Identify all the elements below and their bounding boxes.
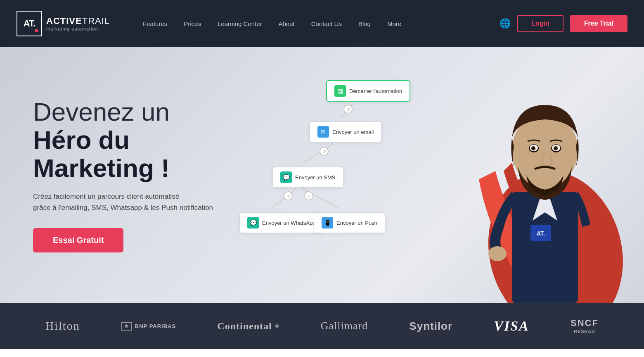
free-trial-button[interactable]: Free Trial xyxy=(570,15,627,32)
svg-point-14 xyxy=(305,192,313,200)
start-icon: ▦ xyxy=(334,85,346,97)
gallimard-label: Gallimard xyxy=(321,320,368,332)
hero-subtitle-line2: grâce à l'emailing, SMS, Whatsapp & les … xyxy=(33,204,213,212)
brand-bnp: ★ BNP PARIBAS xyxy=(121,322,176,331)
nav-right: 🌐 Login Free Trial xyxy=(500,15,627,32)
logo-dot xyxy=(35,29,38,32)
sms-icon: 💬 xyxy=(280,171,292,183)
hero-man-illustration: AT. xyxy=(429,47,644,303)
hero-content: Devenez un Héro du Marketing ! Créez fac… xyxy=(0,73,289,277)
node-start-automation: ▦ Démarrer l'automation xyxy=(326,80,410,102)
man-svg: AT. xyxy=(429,47,644,303)
essai-gratuit-button[interactable]: Essai Gratuit xyxy=(33,228,123,252)
bnp-box: ★ xyxy=(121,322,132,331)
svg-text:⏱: ⏱ xyxy=(346,107,350,112)
brand-visa: VISA xyxy=(494,318,529,334)
svg-point-26 xyxy=(531,146,535,150)
nav-blog[interactable]: Blog xyxy=(350,20,379,27)
node-send-sms: 💬 Envoyer un SMS xyxy=(272,167,343,188)
svg-line-7 xyxy=(303,190,338,207)
email-icon: ✉ xyxy=(317,126,329,138)
brands-bar: Hilton ★ BNP PARIBAS Continental ® Galli… xyxy=(0,303,644,349)
logo-brand-light: TRAIL xyxy=(82,16,110,26)
brand-sncf: SNCF RÉSEAU xyxy=(571,318,599,334)
logo-brand-bold: ACTIVE xyxy=(46,16,82,26)
logo[interactable]: AT. ACTIVETRAIL marketing automation xyxy=(17,11,110,36)
nav-prices[interactable]: Prices xyxy=(175,20,209,27)
logo-letters: AT. xyxy=(24,18,35,29)
nav-features[interactable]: Features xyxy=(135,20,175,27)
sncf-label: SNCF xyxy=(571,318,599,328)
nav-contact[interactable]: Contact Us xyxy=(303,20,350,27)
svg-point-8 xyxy=(344,105,352,113)
svg-text:⏱: ⏱ xyxy=(322,150,326,154)
hero-subtitle-line1: Créez facilement un parcours client auto… xyxy=(33,193,179,200)
hero-title-light: Devenez un xyxy=(33,98,256,126)
svg-point-27 xyxy=(554,146,558,150)
bnp-label: BNP PARIBAS xyxy=(135,323,176,329)
continental-label: Continental xyxy=(217,321,272,332)
nav-learning-center[interactable]: Learning Center xyxy=(209,20,270,27)
logo-brand: ACTIVETRAIL xyxy=(46,16,110,26)
svg-point-28 xyxy=(488,246,507,261)
syntilor-label: Syntilor xyxy=(409,320,452,333)
svg-text:⏱: ⏱ xyxy=(307,194,311,198)
node-send-push: 📱 Envoyer un Push xyxy=(314,212,385,233)
nav-links: Features Prices Learning Center About Co… xyxy=(135,20,500,27)
push-icon: 📱 xyxy=(322,217,333,228)
node-send-whatsapp: 💬 Envoyer un WhatsApp xyxy=(239,212,323,233)
node-push-label: Envoyer un Push xyxy=(336,220,377,226)
node-email-label: Envoyer un email xyxy=(332,129,374,135)
nav-more[interactable]: More xyxy=(379,20,410,27)
node-start-label: Démarrer l'automation xyxy=(349,88,402,94)
brand-continental: Continental ® xyxy=(217,321,279,332)
logo-text: ACTIVETRAIL marketing automation xyxy=(46,16,110,31)
globe-icon[interactable]: 🌐 xyxy=(500,18,511,29)
node-sms-label: Envoyer un SMS xyxy=(295,174,336,181)
svg-text:AT.: AT. xyxy=(537,230,545,237)
brand-syntilor: Syntilor xyxy=(409,320,452,333)
hero-title-bold: Héro du Marketing ! xyxy=(33,126,256,182)
svg-line-3 xyxy=(303,144,332,163)
svg-line-1 xyxy=(341,104,353,117)
hero-subtitle: Créez facilement un parcours client auto… xyxy=(33,191,248,213)
brand-hilton: Hilton xyxy=(45,319,80,333)
node-whatsapp-label: Envoyer un WhatsApp xyxy=(262,220,315,226)
whatsapp-icon: 💬 xyxy=(247,217,259,228)
nav-about[interactable]: About xyxy=(270,20,303,27)
visa-label: VISA xyxy=(494,318,529,334)
hilton-label: Hilton xyxy=(45,319,80,333)
brand-gallimard: Gallimard xyxy=(321,320,368,332)
sncf-container: SNCF RÉSEAU xyxy=(571,318,599,334)
navbar: AT. ACTIVETRAIL marketing automation Fea… xyxy=(0,0,644,47)
hero-section: Devenez un Héro du Marketing ! Créez fac… xyxy=(0,47,644,303)
sncf-sub: RÉSEAU xyxy=(574,329,595,334)
logo-sub: marketing automation xyxy=(46,26,110,31)
logo-box: AT. xyxy=(17,11,42,36)
svg-point-10 xyxy=(320,147,328,155)
login-button[interactable]: Login xyxy=(517,15,564,32)
node-send-email: ✉ Envoyer un email xyxy=(310,121,381,142)
